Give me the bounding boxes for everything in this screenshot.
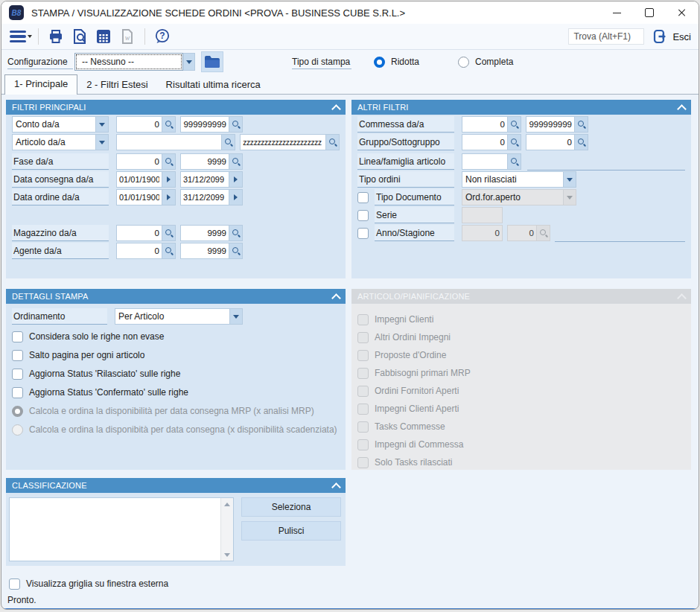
conto-label-combo[interactable]: Conto da/a <box>12 116 109 133</box>
date-picker-icon[interactable] <box>229 171 243 188</box>
scrollbar-track[interactable] <box>221 510 233 549</box>
anno-stagione-description-line <box>555 225 685 242</box>
search-icon[interactable] <box>229 225 243 241</box>
date-picker-icon[interactable] <box>162 171 176 188</box>
fase-to-input[interactable] <box>180 153 229 170</box>
preview-icon <box>71 28 89 45</box>
seleziona-button[interactable]: Seleziona <box>241 497 341 517</box>
grid-view-button[interactable] <box>92 26 115 47</box>
articolo-from-input[interactable] <box>116 134 222 150</box>
collapse-chevron-icon[interactable] <box>331 293 341 303</box>
print-button[interactable] <box>44 26 68 47</box>
search-icon[interactable] <box>575 134 588 150</box>
articolo-to-input[interactable] <box>240 134 326 150</box>
linea-input[interactable] <box>462 153 508 170</box>
search-icon[interactable] <box>326 134 340 150</box>
scroll-down-button[interactable] <box>221 549 233 561</box>
main-menu-button[interactable] <box>9 26 33 47</box>
chevron-down-icon[interactable] <box>563 172 576 187</box>
app-window: B8 STAMPA / VISUALIZZAZIONE SCHEDE ORDIN… <box>1 1 699 610</box>
anno-stagione-checkbox[interactable] <box>357 228 369 239</box>
window-minimize-button[interactable] <box>600 1 633 24</box>
commessa-from-input[interactable] <box>462 116 508 133</box>
search-icon[interactable] <box>162 225 176 241</box>
data-consegna-to-input[interactable] <box>180 171 229 188</box>
date-picker-icon[interactable] <box>162 189 176 205</box>
panel-title: ALTRI FILTRI <box>357 103 409 112</box>
search-icon[interactable] <box>229 243 243 259</box>
date-picker-icon[interactable] <box>229 189 243 205</box>
tipo-ordini-select[interactable]: Non rilasciati <box>462 171 576 188</box>
agente-from-input[interactable] <box>116 243 162 259</box>
search-icon[interactable] <box>162 116 176 133</box>
commessa-label: Commessa da/a <box>357 116 454 133</box>
articolo-label-combo[interactable]: Articolo da/a <box>12 134 109 150</box>
search-icon[interactable] <box>508 116 521 133</box>
exit-button[interactable]: Esci <box>653 29 691 44</box>
collapse-chevron-icon[interactable] <box>331 104 341 114</box>
status-rilasciato-checkbox[interactable] <box>12 369 23 380</box>
agente-to-input[interactable] <box>180 243 229 259</box>
status-text: Pronto. <box>7 595 36 605</box>
window-maximize-button[interactable] <box>633 1 666 24</box>
fase-from-input[interactable] <box>116 153 162 170</box>
tasks-commesse-checkbox <box>357 421 369 433</box>
configurazione-select[interactable]: -- Nessuno -- <box>74 53 183 71</box>
fase-label: Fase da/a <box>12 153 109 170</box>
conto-from-input[interactable] <box>116 116 162 133</box>
collapse-chevron-icon[interactable] <box>677 104 687 114</box>
chevron-down-icon[interactable] <box>183 53 195 71</box>
search-icon[interactable] <box>229 116 243 133</box>
scroll-up-button[interactable] <box>221 498 233 510</box>
serie-row: Serie <box>357 207 685 223</box>
salto-pagina-checkbox[interactable] <box>12 350 23 361</box>
chevron-down-icon[interactable] <box>95 135 108 150</box>
search-icon[interactable] <box>162 153 176 170</box>
scrollbar[interactable] <box>220 498 233 561</box>
find-input[interactable] <box>568 28 644 45</box>
visualizza-griglia-checkbox[interactable] <box>9 578 20 590</box>
tab-principale[interactable]: 1- Principale <box>4 74 77 95</box>
conto-to-input[interactable] <box>180 116 229 133</box>
pulisci-button[interactable]: Pulisci <box>241 521 341 541</box>
data-consegna-from-input[interactable] <box>116 171 162 188</box>
search-icon[interactable] <box>575 116 588 133</box>
serie-input <box>462 207 503 223</box>
configurazione-label: Configurazione <box>7 54 73 69</box>
gruppo-from-input[interactable] <box>462 134 508 150</box>
search-icon[interactable] <box>222 134 235 150</box>
serie-checkbox[interactable] <box>357 210 369 221</box>
tab-risultati-ultima-ricerca[interactable]: Risultati ultima ricerca <box>157 76 270 94</box>
classificazione-listbox[interactable] <box>9 497 234 561</box>
window-close-button[interactable] <box>666 1 699 24</box>
search-icon[interactable] <box>229 153 243 170</box>
data-ordine-to-input[interactable] <box>180 189 229 205</box>
ridotta-radio[interactable] <box>374 57 385 68</box>
search-icon[interactable] <box>508 153 521 170</box>
open-configuration-button[interactable] <box>201 51 223 72</box>
checkbox-row: Aggiorna Status 'Rilasciato' sulle righe <box>12 366 340 382</box>
gruppo-to-input[interactable] <box>526 134 575 150</box>
search-icon[interactable] <box>508 134 521 150</box>
chevron-down-icon[interactable] <box>95 117 108 132</box>
checkbox-row: Impegni Clienti Aperti <box>357 401 685 417</box>
status-confermato-checkbox[interactable] <box>12 387 23 398</box>
commessa-to-input[interactable] <box>526 116 575 133</box>
magazzino-to-input[interactable] <box>180 225 229 241</box>
collapse-chevron-icon[interactable] <box>331 482 341 492</box>
magazzino-from-input[interactable] <box>116 225 162 241</box>
help-button[interactable]: ? <box>150 26 174 47</box>
tab-filtri-estesi[interactable]: 2 - Filtri Estesi <box>77 76 156 94</box>
completa-radio[interactable] <box>458 57 469 68</box>
impegni-clienti-checkbox <box>357 314 369 325</box>
ordinamento-select[interactable]: Per Articolo <box>115 308 243 325</box>
print-preview-button[interactable] <box>68 26 92 47</box>
righe-non-evase-checkbox[interactable] <box>12 331 23 342</box>
anno-stagione-label: Anno/Stagione <box>375 225 454 241</box>
search-icon[interactable] <box>162 243 176 259</box>
tipo-documento-checkbox[interactable] <box>357 192 369 203</box>
ordini-fornitori-aperti-checkbox <box>357 386 369 397</box>
data-ordine-from-input[interactable] <box>116 189 162 205</box>
chevron-down-icon[interactable] <box>229 309 242 324</box>
chevron-down-icon <box>563 190 576 205</box>
